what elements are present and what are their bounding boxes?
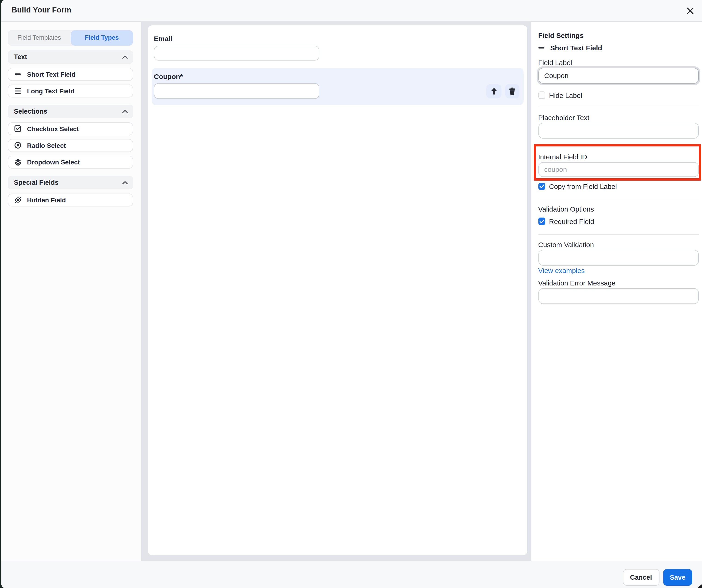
section-header-text[interactable]: Text bbox=[8, 50, 133, 63]
sidebar-item-radio-select[interactable]: Radio Select bbox=[8, 139, 133, 152]
custom-validation-input[interactable] bbox=[538, 250, 699, 265]
checkbox-label: Hide Label bbox=[549, 91, 582, 99]
section-title: Special Fields bbox=[14, 179, 58, 186]
internal-field-id-input[interactable] bbox=[538, 162, 699, 177]
sidebar-item-checkbox-select[interactable]: Checkbox Select bbox=[8, 122, 133, 135]
validation-error-message-label: Validation Error Message bbox=[538, 279, 615, 287]
build-form-modal: Build Your Form Field Templates Field Ty… bbox=[1, 0, 702, 588]
coupon-field-input[interactable] bbox=[154, 83, 319, 99]
hide-label-row[interactable]: Hide Label bbox=[538, 91, 582, 99]
chevron-up-icon bbox=[122, 109, 128, 113]
hide-label-checkbox[interactable] bbox=[538, 92, 545, 99]
custom-validation-label: Custom Validation bbox=[538, 241, 594, 248]
sidebar-tabs: Field Templates Field Types bbox=[8, 30, 133, 46]
field-library-sidebar: Field Templates Field Types Text Short T… bbox=[1, 21, 141, 561]
radio-select-icon bbox=[14, 142, 21, 149]
short-text-field-icon bbox=[14, 71, 21, 78]
field-type-row: Short Text Field bbox=[538, 44, 602, 51]
sidebar-item-label: Dropdown Select bbox=[27, 158, 80, 166]
field-label: Email bbox=[154, 35, 172, 42]
save-button[interactable]: Save bbox=[663, 569, 692, 585]
form-field-coupon-selected[interactable]: Coupon* bbox=[151, 68, 523, 105]
text-cursor bbox=[569, 71, 569, 80]
sidebar-item-label: Short Text Field bbox=[27, 71, 76, 78]
modal-header: Build Your Form bbox=[1, 0, 702, 21]
close-icon[interactable] bbox=[685, 6, 695, 15]
cancel-button[interactable]: Cancel bbox=[623, 569, 659, 585]
sidebar-item-label: Checkbox Select bbox=[27, 125, 79, 133]
chevron-up-icon bbox=[122, 55, 128, 59]
delete-field-button[interactable] bbox=[505, 84, 519, 98]
tab-field-types[interactable]: Field Types bbox=[71, 30, 133, 46]
divider bbox=[538, 107, 699, 107]
move-field-up-button[interactable] bbox=[486, 84, 501, 98]
email-field-input[interactable] bbox=[154, 46, 319, 60]
tab-field-templates[interactable]: Field Templates bbox=[8, 30, 71, 46]
field-label-input[interactable] bbox=[538, 68, 699, 84]
field-type-label: Short Text Field bbox=[550, 44, 602, 51]
check-icon bbox=[539, 219, 545, 223]
page-title: Build Your Form bbox=[12, 6, 71, 14]
view-examples-link[interactable]: View examples bbox=[538, 267, 585, 274]
long-text-field-icon bbox=[14, 87, 21, 95]
validation-options-label: Validation Options bbox=[538, 205, 594, 213]
placeholder-text-label: Placeholder Text bbox=[538, 114, 589, 122]
checkbox-label: Required Field bbox=[549, 217, 594, 225]
copy-from-field-label-row[interactable]: Copy from Field Label bbox=[538, 182, 617, 190]
settings-title: Field Settings bbox=[538, 32, 584, 39]
section-title: Text bbox=[14, 53, 27, 60]
sidebar-item-long-text-field[interactable]: Long Text Field bbox=[8, 85, 133, 97]
trash-icon bbox=[509, 87, 516, 95]
chevron-up-icon bbox=[122, 180, 128, 184]
required-field-row[interactable]: Required Field bbox=[538, 217, 594, 225]
sidebar-item-label: Radio Select bbox=[27, 142, 66, 149]
arrow-up-icon bbox=[490, 87, 497, 95]
section-header-special-fields[interactable]: Special Fields bbox=[8, 176, 133, 189]
dropdown-select-icon bbox=[14, 158, 21, 166]
field-label-label: Field Label bbox=[538, 59, 572, 66]
sidebar-item-short-text-field[interactable]: Short Text Field bbox=[8, 68, 133, 81]
field-settings-panel: Field Settings Short Text Field Field La… bbox=[531, 21, 702, 561]
modal-footer: Cancel Save bbox=[1, 561, 702, 588]
sidebar-item-label: Hidden Field bbox=[27, 196, 66, 204]
hidden-field-icon bbox=[14, 196, 21, 204]
sidebar-item-label: Long Text Field bbox=[27, 87, 75, 95]
checkbox-select-icon bbox=[14, 125, 21, 133]
divider bbox=[538, 234, 699, 235]
validation-error-message-input[interactable] bbox=[538, 288, 699, 304]
divider bbox=[538, 198, 699, 198]
form-canvas: Email Coupon* bbox=[141, 21, 531, 561]
check-icon bbox=[539, 184, 545, 188]
field-label: Coupon* bbox=[154, 72, 183, 81]
placeholder-text-input[interactable] bbox=[538, 123, 699, 138]
section-header-selections[interactable]: Selections bbox=[8, 105, 133, 118]
section-title: Selections bbox=[14, 108, 47, 115]
sidebar-item-dropdown-select[interactable]: Dropdown Select bbox=[8, 156, 133, 168]
checkbox-label: Copy from Field Label bbox=[549, 182, 617, 190]
required-field-checkbox[interactable] bbox=[538, 218, 545, 225]
sidebar-item-hidden-field[interactable]: Hidden Field bbox=[8, 193, 133, 206]
form-preview-card: Email Coupon* bbox=[148, 25, 527, 555]
internal-field-id-label: Internal Field ID bbox=[538, 153, 587, 160]
copy-from-field-label-checkbox[interactable] bbox=[538, 183, 545, 190]
short-text-field-icon bbox=[538, 47, 544, 48]
